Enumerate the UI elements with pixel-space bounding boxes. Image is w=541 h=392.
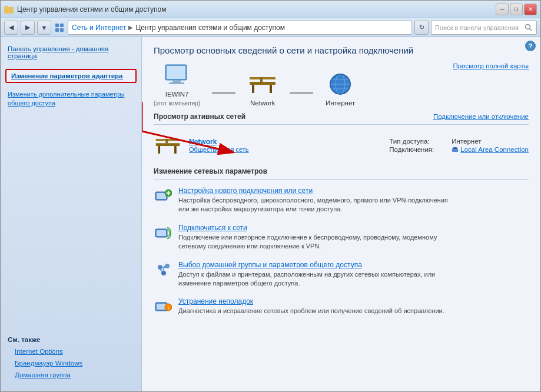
network-type[interactable]: Общественная сеть	[189, 146, 382, 153]
setting-1-text: Настройка нового подключения или сети На…	[178, 187, 529, 214]
svg-point-38	[165, 264, 170, 268]
active-networks-title: Просмотр активных сетей	[154, 112, 245, 121]
network-map: IEWIN7 (этот компьютер)	[154, 62, 453, 107]
setting-2-text: Подключиться к сети Подключение или повт…	[178, 224, 529, 251]
setting-homegroup: Выбор домашней группы и параметров общег…	[154, 260, 529, 290]
change-settings-header: Изменение сетевых параметров	[154, 167, 529, 175]
sidebar-internet-options[interactable]: Internet Options	[8, 346, 134, 357]
access-type-row: Тип доступа: Подключения:	[389, 138, 434, 153]
svg-rect-0	[4, 7, 14, 14]
active-networks-divider	[154, 124, 529, 125]
setting-4-text: Устранение неполадок Диагностика и испра…	[178, 297, 529, 316]
svg-rect-2	[55, 24, 59, 27]
back-button[interactable]: ◀	[4, 21, 18, 35]
connector-2	[290, 92, 313, 94]
page-title: Просмотр основных сведений о сети и наст…	[154, 45, 529, 55]
folder-icon	[4, 5, 14, 14]
setting-new-connection: Настройка нового подключения или сети На…	[154, 185, 529, 215]
setting-3-text: Выбор домашней группы и параметров общег…	[178, 261, 529, 288]
full-map-link[interactable]: Просмотр полной карты	[453, 62, 529, 69]
breadcrumb: Сеть и Интернет ▶ Центр управления сетям…	[68, 21, 412, 35]
connections-label: Подключения:	[389, 146, 434, 153]
svg-rect-1	[4, 6, 8, 8]
sidebar-change-sharing[interactable]: Изменить дополнительные параметры общего…	[1, 88, 141, 111]
svg-rect-5	[60, 28, 64, 32]
access-type-value: Интернет	[452, 138, 529, 145]
svg-rect-24	[158, 146, 160, 154]
svg-rect-3	[60, 24, 64, 27]
content-area: Просмотр основных сведений о сети и наст…	[142, 37, 540, 391]
help-button[interactable]: ?	[525, 41, 536, 51]
main-layout: Панель управления - домашняя страница Из…	[1, 37, 540, 391]
svg-rect-4	[55, 28, 59, 32]
network-map-network: Network	[247, 71, 278, 107]
bench-icon	[247, 71, 278, 97]
sidebar-see-also: См. также Internet Options Брандмауэр Wi…	[1, 331, 141, 386]
setting-4-desc: Диагностика и исправление сетевых пробле…	[178, 307, 444, 314]
svg-line-40	[160, 270, 162, 272]
internet-label: Интернет	[326, 99, 355, 107]
svg-rect-9	[167, 66, 185, 79]
setting-1-desc: Настройка беспроводного, широкополосного…	[178, 197, 448, 212]
network-map-internet: Интернет	[325, 71, 356, 107]
breadcrumb-current: Центр управления сетями и общим доступом	[135, 24, 285, 32]
sidebar-windows-firewall[interactable]: Брандмауэр Windows	[8, 357, 134, 369]
svg-rect-12	[250, 82, 276, 85]
connect-icon	[154, 224, 172, 242]
svg-point-6	[526, 24, 530, 29]
maximize-button[interactable]: □	[510, 4, 523, 15]
svg-rect-29	[453, 147, 457, 149]
minimize-button[interactable]: ─	[496, 4, 509, 15]
svg-rect-23	[156, 143, 180, 146]
computer-sublabel: (этот компьютер)	[154, 100, 200, 107]
active-network-item: Network Общественная сеть Тип доступа: П…	[154, 131, 529, 160]
svg-rect-25	[174, 146, 177, 154]
setting-3-desc: Доступ к файлам и принтерам, расположенн…	[178, 271, 435, 287]
connections-value[interactable]: Local Area Connection	[452, 146, 529, 153]
address-bar: ◀ ▶ ▼ Сеть и Интернет ▶ Центр управления…	[1, 18, 540, 37]
svg-rect-10	[172, 80, 181, 82]
svg-rect-11	[169, 82, 184, 84]
control-panel-icon	[54, 22, 65, 34]
setting-4-link[interactable]: Устранение неполадок	[178, 297, 529, 305]
active-network-icon	[154, 134, 182, 157]
computer-icon	[162, 62, 192, 88]
active-networks-header: Просмотр активных сетей Подключение или …	[154, 112, 529, 121]
svg-rect-31	[157, 193, 166, 199]
svg-rect-13	[252, 85, 254, 93]
setting-troubleshoot: ! Устранение неполадок Диагностика и исп…	[154, 296, 529, 317]
search-icon[interactable]	[525, 24, 533, 32]
sidebar: Панель управления - домашняя страница Из…	[1, 37, 142, 391]
troubleshoot-icon: !	[154, 297, 172, 316]
recent-pages-button[interactable]: ▼	[37, 21, 51, 35]
svg-rect-36	[157, 230, 166, 236]
svg-rect-27	[165, 139, 168, 143]
homegroup-icon	[154, 261, 172, 280]
connect-disconnect-link[interactable]: Подключение или отключение	[433, 113, 529, 120]
search-bar: Поиск в панели управления	[431, 21, 537, 35]
network-map-computer: IEWIN7 (этот компьютер)	[154, 62, 200, 107]
title-bar: Центр управления сетями и общим доступом…	[1, 1, 540, 18]
svg-line-7	[530, 28, 532, 31]
setting-2-link[interactable]: Подключиться к сети	[178, 224, 529, 232]
computer-label: IEWIN7	[165, 91, 189, 98]
sidebar-home[interactable]: Панель управления - домашняя страница	[1, 43, 141, 62]
setting-connect-network: Подключиться к сети Подключение или повт…	[154, 222, 529, 253]
sidebar-homegroup[interactable]: Домашняя группа	[8, 369, 134, 381]
setting-1-link[interactable]: Настройка нового подключения или сети	[178, 187, 529, 195]
change-settings-title: Изменение сетевых параметров	[154, 167, 267, 175]
svg-text:!: !	[168, 305, 170, 311]
svg-rect-16	[260, 77, 263, 82]
network-name[interactable]: Network	[189, 138, 382, 146]
close-button[interactable]: ✕	[524, 4, 537, 15]
svg-rect-14	[270, 85, 272, 93]
network-meta: Тип доступа: Подключения: Интернет Local…	[389, 138, 529, 153]
breadcrumb-network-internet[interactable]: Сеть и Интернет	[72, 24, 126, 32]
change-settings-divider	[154, 179, 529, 180]
setting-3-link[interactable]: Выбор домашней группы и параметров общег…	[178, 261, 529, 269]
forward-button[interactable]: ▶	[21, 21, 35, 35]
refresh-button[interactable]: ↻	[414, 21, 429, 35]
sidebar-change-adapter[interactable]: Изменение параметров адаптера	[5, 69, 137, 83]
see-also-title: См. также	[8, 336, 134, 343]
connection-icon	[452, 146, 459, 153]
